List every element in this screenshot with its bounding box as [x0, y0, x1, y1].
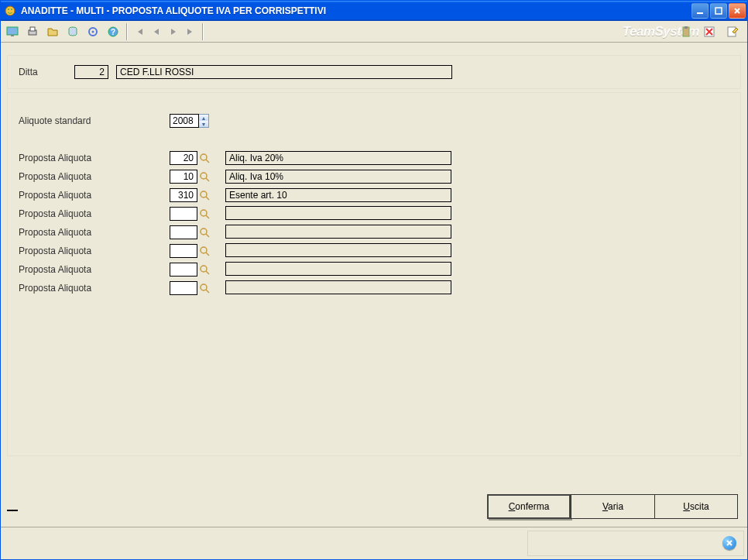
nav-prev-icon[interactable]	[149, 25, 163, 39]
svg-point-1	[8, 9, 9, 10]
svg-rect-3	[697, 12, 703, 14]
aliquota-row: Proposta Aliquota	[19, 279, 729, 297]
svg-line-19	[206, 160, 209, 163]
ditta-code: 2	[74, 65, 108, 79]
search-icon[interactable]	[197, 208, 211, 219]
ditta-label: Ditta	[19, 67, 74, 77]
tool-db-icon[interactable]	[63, 22, 82, 41]
aliquota-desc	[225, 206, 451, 220]
search-icon[interactable]	[197, 246, 211, 256]
svg-point-28	[201, 247, 207, 253]
uscita-button[interactable]: Uscita	[654, 494, 738, 519]
nav-last-icon[interactable]	[184, 25, 197, 39]
aliquota-label: Proposta Aliquota	[19, 246, 170, 256]
svg-rect-5	[7, 27, 18, 35]
tool-print-icon[interactable]	[23, 22, 42, 41]
year-input[interactable]	[170, 114, 199, 128]
aliquota-desc: Esente art. 10	[225, 188, 451, 202]
app-window: ANADITTE - MULTI - PROPOSTA ALIQUOTE IVA…	[0, 0, 748, 560]
svg-rect-4	[715, 8, 722, 14]
tool-delete-icon[interactable]	[700, 22, 719, 41]
aliquota-code-input[interactable]	[170, 188, 197, 202]
toolbar-right	[676, 22, 743, 41]
svg-line-21	[206, 178, 209, 181]
close-button[interactable]	[729, 3, 746, 19]
search-icon[interactable]	[197, 227, 211, 238]
footer-buttons: Conferma Varia Uscita	[487, 494, 738, 519]
nav-first-icon[interactable]	[132, 25, 146, 39]
maximize-button[interactable]	[710, 3, 727, 19]
search-icon[interactable]	[197, 190, 211, 201]
aliquota-row: Proposta AliquotaAliq. Iva 20%	[19, 149, 729, 167]
svg-point-32	[201, 284, 207, 290]
search-icon[interactable]	[197, 153, 211, 163]
svg-point-2	[11, 9, 12, 10]
svg-point-18	[201, 154, 207, 160]
svg-line-33	[206, 290, 209, 293]
search-icon[interactable]	[197, 283, 211, 294]
statusbar	[1, 527, 747, 559]
aliquota-row: Proposta Aliquota	[19, 242, 729, 260]
svg-line-25	[206, 215, 209, 218]
aliquota-row: Proposta AliquotaEsente art. 10	[19, 186, 729, 204]
varia-button[interactable]: Varia	[571, 494, 654, 519]
ditta-section: Ditta 2 CED F.LLI ROSSI	[7, 55, 741, 89]
year-spinbox[interactable]: ▲ ▼	[170, 114, 209, 128]
aliquota-row: Proposta Aliquota	[19, 223, 729, 242]
tool-screen-icon[interactable]	[3, 22, 22, 41]
aliquota-label: Proposta Aliquota	[19, 208, 170, 219]
toolbar-separator	[126, 23, 128, 40]
dash-mark	[7, 510, 18, 511]
aliquota-row: Proposta Aliquota	[19, 260, 729, 279]
svg-point-20	[201, 173, 207, 179]
aliquota-label: Proposta Aliquota	[19, 227, 170, 238]
aliquota-code-input[interactable]	[170, 225, 197, 239]
svg-point-26	[201, 228, 207, 235]
svg-point-0	[5, 6, 15, 15]
search-icon[interactable]	[197, 171, 211, 182]
spin-down-icon[interactable]: ▼	[199, 121, 208, 127]
aliquota-label: Proposta Aliquota	[19, 153, 170, 163]
aliquota-desc: Aliq. Iva 20%	[225, 151, 451, 165]
aliquota-desc	[225, 262, 451, 276]
tool-edit-icon[interactable]	[723, 22, 742, 41]
minimize-button[interactable]	[691, 3, 709, 19]
svg-line-29	[206, 253, 209, 256]
svg-point-24	[201, 210, 207, 216]
nav-next-icon[interactable]	[166, 25, 180, 39]
aliquota-desc	[225, 280, 451, 294]
aliquota-desc: Aliq. Iva 10%	[225, 170, 451, 184]
aliquota-code-input[interactable]	[170, 244, 197, 258]
aliquota-code-input[interactable]	[170, 263, 197, 277]
conferma-button[interactable]: Conferma	[487, 494, 571, 519]
svg-point-30	[201, 266, 207, 272]
svg-line-23	[206, 197, 209, 200]
aliquote-standard-label: Aliquote standard	[19, 115, 170, 126]
svg-point-11	[92, 30, 94, 33]
aliquota-label: Proposta Aliquota	[19, 171, 170, 182]
content-area: Ditta 2 CED F.LLI ROSSI Aliquote standar…	[7, 55, 741, 482]
aliquota-code-input[interactable]	[170, 207, 197, 221]
status-close-icon[interactable]	[722, 536, 736, 550]
aliquota-row: Proposta Aliquota	[19, 204, 729, 223]
aliquota-code-input[interactable]	[170, 281, 197, 295]
titlebar: ANADITTE - MULTI - PROPOSTA ALIQUOTE IVA…	[1, 1, 747, 21]
tool-settings-icon[interactable]	[84, 22, 102, 41]
aliquota-code-input[interactable]	[170, 151, 197, 165]
svg-point-22	[201, 191, 207, 198]
search-icon[interactable]	[197, 264, 211, 275]
toolbar-separator	[202, 23, 204, 40]
toolbar: ? TeamSystem	[1, 21, 747, 43]
tool-help-icon[interactable]: ?	[104, 22, 122, 41]
aliquota-code-input[interactable]	[170, 170, 197, 184]
aliquota-label: Proposta Aliquota	[19, 283, 170, 294]
window-controls	[691, 3, 746, 19]
svg-rect-6	[11, 35, 14, 36]
tool-folder-icon[interactable]	[43, 22, 62, 41]
aliquota-label: Proposta Aliquota	[19, 190, 170, 201]
window-title: ANADITTE - MULTI - PROPOSTA ALIQUOTE IVA…	[19, 5, 691, 16]
spin-up-icon[interactable]: ▲	[199, 115, 208, 121]
tool-clipboard-icon[interactable]	[677, 22, 695, 41]
status-panel	[527, 531, 744, 556]
svg-line-31	[206, 271, 209, 274]
